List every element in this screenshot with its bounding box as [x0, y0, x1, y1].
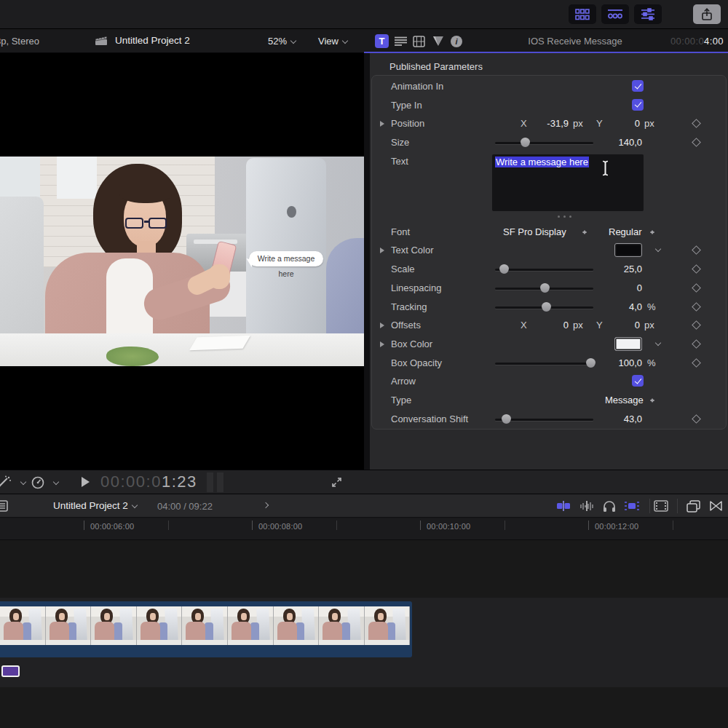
- conversation-shift-value[interactable]: 43,0: [584, 414, 642, 424]
- effects-browser-button[interactable]: [685, 499, 701, 513]
- animation-in-checkbox[interactable]: [632, 80, 644, 92]
- keyframe-diamond-icon[interactable]: [692, 264, 701, 274]
- keyframe-diamond-icon[interactable]: [692, 302, 701, 312]
- slider-thumb[interactable]: [521, 138, 530, 147]
- chevron-down-icon[interactable]: [655, 340, 661, 346]
- viewer-canvas[interactable]: Write a message here: [0, 53, 364, 470]
- offsets-x-field[interactable]: 0: [525, 320, 569, 331]
- param-row-type: Type Message: [372, 391, 726, 410]
- timeline-project-dropdown[interactable]: Untitled Project 2: [53, 500, 137, 511]
- tab-video-inspector[interactable]: [412, 34, 426, 48]
- param-label: Linespacing: [391, 282, 441, 293]
- audio-meter-right[interactable]: [217, 472, 223, 492]
- arrow-checkbox[interactable]: [632, 375, 644, 387]
- inspector-toggle-button[interactable]: [634, 4, 662, 24]
- position-y-field[interactable]: 0: [587, 118, 640, 129]
- filmstrip-thumbnail: [0, 606, 46, 645]
- text-input-area[interactable]: Write a message here: [492, 154, 644, 211]
- tracking-slider[interactable]: [495, 298, 593, 317]
- sliders-icon: [641, 8, 655, 20]
- param-row-box-opacity: Box Opacity 100,0 %: [372, 354, 726, 373]
- audio-meter-left[interactable]: [207, 472, 213, 492]
- filmstrip-thumbnail: [137, 606, 183, 645]
- scale-slider[interactable]: [495, 260, 593, 279]
- filmstrip-thumbnail: [228, 606, 274, 645]
- clapperboard-icon: [95, 36, 108, 46]
- zoom-level-dropdown[interactable]: 52%: [268, 36, 296, 47]
- tab-color-inspector[interactable]: [431, 34, 445, 48]
- solo-toggle[interactable]: [601, 499, 617, 513]
- video-frame: Write a message here: [0, 157, 364, 366]
- snapping-toggle[interactable]: [624, 499, 640, 513]
- ruler-tick: [168, 521, 169, 530]
- keyframe-diamond-icon[interactable]: [692, 320, 701, 330]
- audio-skimming-toggle[interactable]: [579, 499, 595, 513]
- fullscreen-expand-icon[interactable]: [331, 477, 342, 488]
- title-clip-selected[interactable]: [1, 665, 20, 677]
- size-slider[interactable]: [495, 133, 593, 152]
- keyframe-diamond-icon[interactable]: [692, 358, 701, 368]
- tab-text-inspector[interactable]: [394, 34, 408, 48]
- type-in-checkbox[interactable]: [632, 99, 644, 111]
- linespacing-value[interactable]: 0: [584, 282, 642, 293]
- tracking-value[interactable]: 4,0: [584, 301, 642, 312]
- playhead-timecode[interactable]: 00:00:01:23: [100, 472, 197, 491]
- chevron-right-icon[interactable]: [263, 502, 269, 508]
- offsets-y-field[interactable]: 0: [587, 320, 640, 331]
- snapping-icon: [624, 500, 640, 512]
- play-button[interactable]: [82, 477, 90, 487]
- text-color-swatch[interactable]: [614, 243, 642, 257]
- linespacing-slider[interactable]: [495, 279, 593, 298]
- keyframe-diamond-icon[interactable]: [692, 414, 701, 424]
- slider-thumb[interactable]: [542, 302, 551, 312]
- video-clip[interactable]: [0, 601, 412, 657]
- keyframe-diamond-icon[interactable]: [692, 283, 701, 293]
- section-title: Published Parameters: [389, 61, 483, 72]
- filmstrip-view-button[interactable]: [601, 4, 629, 24]
- font-style-popup[interactable]: Regular: [609, 226, 642, 237]
- updown-chevron-icon: [649, 228, 655, 237]
- apple-logo-shape: [287, 206, 296, 218]
- timeline-tracks[interactable]: [0, 540, 728, 728]
- box-opacity-value[interactable]: 100,0: [584, 357, 642, 368]
- font-family-popup[interactable]: SF Pro Display: [503, 226, 566, 237]
- scale-value[interactable]: 25,0: [584, 264, 642, 274]
- textarea-resize-handle[interactable]: [558, 215, 571, 218]
- tab-title-inspector[interactable]: T: [375, 34, 389, 48]
- keyframe-diamond-icon[interactable]: [692, 138, 701, 147]
- keyframe-diamond-icon[interactable]: [692, 339, 701, 349]
- skimming-toggle[interactable]: [555, 499, 571, 513]
- pane-divider[interactable]: [364, 53, 370, 470]
- slider-thumb[interactable]: [499, 264, 509, 274]
- param-row-box-color: Box Color: [372, 335, 726, 354]
- disclosure-triangle-icon[interactable]: [380, 341, 384, 347]
- retime-gauge-icon[interactable]: [31, 475, 45, 490]
- chevron-down-icon[interactable]: [53, 479, 59, 485]
- selected-text[interactable]: Write a message here: [495, 157, 589, 167]
- timeline-ruler[interactable]: 00:00:06:00 00:00:08:00 00:00:10:00 00:0…: [0, 518, 728, 540]
- view-dropdown[interactable]: View: [318, 36, 347, 47]
- size-value[interactable]: 140,0: [584, 137, 642, 148]
- box-color-swatch[interactable]: [614, 337, 642, 351]
- disclosure-triangle-icon[interactable]: [380, 248, 384, 253]
- tab-info-inspector[interactable]: i: [449, 34, 463, 48]
- clip-appearance-button[interactable]: [653, 499, 669, 513]
- keyframe-diamond-icon[interactable]: [692, 119, 701, 129]
- enhancements-wand-icon[interactable]: [0, 475, 12, 490]
- browser-grid-button[interactable]: [569, 4, 596, 24]
- conversation-shift-slider[interactable]: [495, 410, 593, 429]
- disclosure-triangle-icon[interactable]: [380, 323, 384, 328]
- chevron-down-icon[interactable]: [655, 246, 661, 252]
- type-popup[interactable]: Message: [605, 395, 644, 405]
- timeline-index-icon[interactable]: [0, 500, 8, 512]
- position-x-field[interactable]: -31,9: [525, 118, 569, 129]
- transitions-browser-button[interactable]: [708, 499, 724, 513]
- slider-thumb[interactable]: [502, 414, 511, 424]
- share-button[interactable]: [693, 4, 721, 24]
- chevron-down-icon[interactable]: [20, 479, 26, 485]
- slider-thumb[interactable]: [540, 283, 550, 293]
- box-opacity-slider[interactable]: [495, 354, 593, 373]
- color-cone-icon: [432, 36, 444, 47]
- keyframe-diamond-icon[interactable]: [692, 246, 701, 256]
- disclosure-triangle-icon[interactable]: [380, 121, 384, 127]
